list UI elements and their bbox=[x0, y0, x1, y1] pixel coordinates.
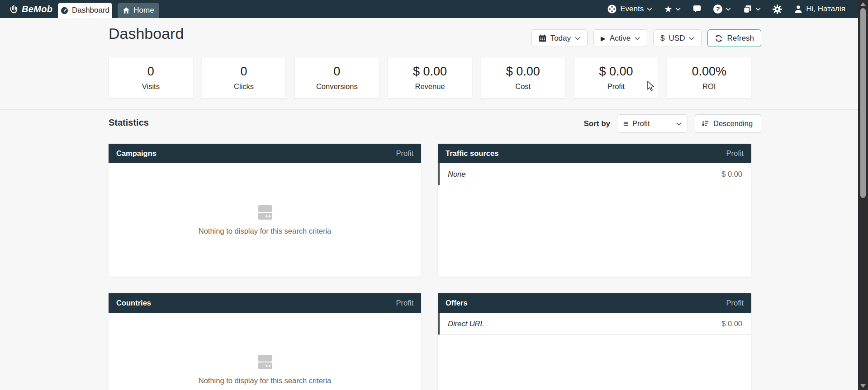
empty-data-icon bbox=[255, 204, 275, 221]
panel-title: Countries bbox=[116, 299, 151, 307]
stat-value: $ 0.00 bbox=[599, 65, 633, 79]
tab-home[interactable]: Home bbox=[118, 3, 159, 18]
date-range-button[interactable]: Today bbox=[531, 29, 588, 47]
stat-card-cost: $ 0.00 Cost bbox=[481, 57, 565, 99]
empty-state: Nothing to display for this search crite… bbox=[109, 313, 421, 390]
stat-label: Profit bbox=[607, 82, 625, 91]
panel-metric-label: Profit bbox=[396, 149, 413, 158]
dollar-icon: $ bbox=[660, 34, 664, 43]
stat-value: $ 0.00 bbox=[506, 65, 540, 79]
sort-direction-select[interactable]: Descending bbox=[695, 114, 761, 133]
stat-card-visits: 0 Visits bbox=[109, 57, 193, 99]
scroll-up-arrow[interactable] bbox=[860, 2, 866, 6]
empty-state-text: Nothing to display for this search crite… bbox=[199, 376, 331, 385]
currency-label: USD bbox=[669, 34, 685, 43]
tab-dashboard-label: Dashboard bbox=[72, 6, 109, 15]
chevron-down-icon bbox=[676, 122, 682, 126]
row-value: $ 0.00 bbox=[721, 320, 742, 328]
stat-card-conversions: 0 Conversions bbox=[294, 57, 379, 99]
currency-button[interactable]: $ USD bbox=[653, 29, 702, 47]
user-menu[interactable]: Hi, Наталія bbox=[794, 5, 845, 14]
stat-value: $ 0.00 bbox=[413, 65, 447, 79]
panel-metric-label: Profit bbox=[396, 299, 413, 307]
sort-descending-icon bbox=[701, 120, 709, 127]
tab-home-label: Home bbox=[133, 6, 154, 15]
chat-icon bbox=[693, 5, 702, 14]
date-range-label: Today bbox=[550, 34, 571, 43]
campaigns-panel-header: Campaigns Profit bbox=[109, 144, 421, 163]
panel-metric-label: Profit bbox=[726, 149, 744, 158]
empty-state: Nothing to display for this search crite… bbox=[109, 163, 421, 277]
events-menu[interactable]: Events bbox=[607, 4, 652, 14]
stat-value: 0 bbox=[147, 65, 154, 79]
favorites-menu[interactable]: ★ bbox=[664, 5, 681, 14]
sort-field-select[interactable]: ≡ Profit bbox=[617, 114, 688, 133]
bemob-logo[interactable]: BeMob bbox=[8, 0, 52, 18]
row-name: None bbox=[448, 170, 465, 179]
panel-title: Campaigns bbox=[116, 149, 157, 158]
list-icon: ≡ bbox=[623, 119, 628, 128]
calendar-icon bbox=[539, 34, 546, 42]
stat-label: Conversions bbox=[316, 82, 358, 91]
stat-value: 0 bbox=[241, 65, 247, 79]
traffic-sources-panel: Traffic sources Profit None $ 0.00 bbox=[438, 144, 751, 277]
stat-label: Visits bbox=[142, 82, 160, 91]
refresh-icon bbox=[715, 34, 723, 42]
chevron-down-icon bbox=[726, 7, 731, 11]
settings-button[interactable] bbox=[773, 5, 782, 14]
star-icon: ★ bbox=[664, 5, 672, 14]
help-menu[interactable]: ? bbox=[713, 5, 731, 14]
panel-body: Nothing to display for this search crite… bbox=[109, 163, 421, 277]
empty-data-icon bbox=[255, 354, 275, 371]
stat-label: Clicks bbox=[234, 82, 254, 91]
sort-by-label: Sort by bbox=[583, 119, 610, 128]
scrollbar-thumb[interactable] bbox=[860, 8, 866, 198]
stat-card-roi: 0.00% ROI bbox=[667, 57, 751, 99]
chevron-down-icon bbox=[575, 37, 580, 40]
status-filter-button[interactable]: ▶ Active bbox=[593, 29, 647, 47]
chevron-down-icon bbox=[689, 37, 694, 40]
events-label: Events bbox=[620, 5, 644, 14]
resources-menu[interactable] bbox=[743, 5, 761, 14]
stat-card-profit: $ 0.00 Profit bbox=[574, 57, 659, 99]
panel-body: Direct URL $ 0.00 bbox=[438, 313, 751, 390]
countries-panel: Countries Profit Nothing to display for … bbox=[109, 293, 421, 390]
panel-title: Traffic sources bbox=[446, 149, 498, 158]
chevron-down-icon bbox=[675, 7, 681, 11]
sort-field-value: Profit bbox=[632, 119, 650, 128]
refresh-button[interactable]: Refresh bbox=[707, 29, 761, 47]
feedback-button[interactable] bbox=[693, 5, 702, 14]
chevron-down-icon bbox=[635, 37, 640, 40]
brand-name: BeMob bbox=[22, 4, 52, 14]
offers-panel-header: Offers Profit bbox=[438, 293, 751, 313]
gauge-icon bbox=[61, 7, 68, 14]
gear-icon bbox=[773, 5, 782, 14]
status-filter-label: Active bbox=[610, 34, 631, 43]
chevron-down-icon bbox=[647, 7, 652, 11]
stat-label: Cost bbox=[515, 82, 531, 91]
navbar-menu: Events ★ ? bbox=[607, 0, 845, 18]
stat-card-revenue: $ 0.00 Revenue bbox=[388, 57, 472, 99]
refresh-label: Refresh bbox=[727, 34, 754, 43]
chevron-down-icon bbox=[755, 7, 761, 11]
table-row: None $ 0.00 bbox=[438, 163, 751, 185]
vertical-scrollbar[interactable] bbox=[858, 0, 868, 390]
events-icon bbox=[607, 4, 617, 14]
countries-panel-header: Countries Profit bbox=[109, 293, 421, 313]
tab-dashboard[interactable]: Dashboard bbox=[58, 3, 112, 18]
traffic-sources-panel-header: Traffic sources Profit bbox=[438, 144, 751, 163]
scroll-down-arrow[interactable] bbox=[860, 384, 866, 388]
sort-controls: Sort by ≡ Profit Descending bbox=[583, 114, 761, 133]
section-divider bbox=[0, 109, 858, 110]
table-row: Direct URL $ 0.00 bbox=[438, 313, 751, 335]
mouse-cursor bbox=[646, 81, 655, 92]
home-icon bbox=[123, 7, 130, 14]
copy-stack-icon bbox=[743, 5, 752, 14]
panel-body: None $ 0.00 bbox=[438, 163, 751, 277]
panel-body: Nothing to display for this search crite… bbox=[109, 313, 421, 390]
top-navbar: BeMob Dashboard Home bbox=[0, 0, 858, 18]
panel-metric-label: Profit bbox=[726, 299, 744, 307]
user-greeting: Hi, Наталія bbox=[806, 5, 845, 14]
panel-title: Offers bbox=[446, 299, 468, 307]
bemob-logo-icon bbox=[8, 4, 19, 15]
